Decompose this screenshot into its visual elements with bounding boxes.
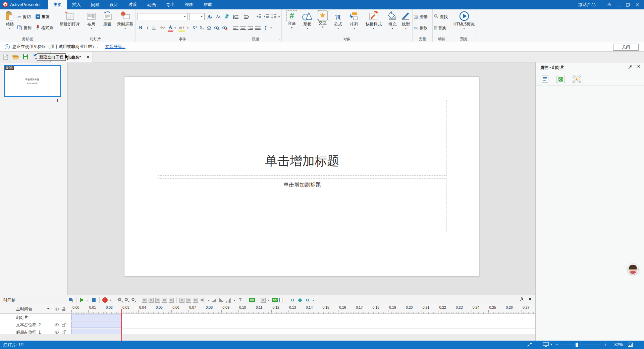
- play-icon[interactable]: [79, 297, 85, 303]
- record-screen-button[interactable]: 录制屏幕 ▾: [116, 10, 135, 36]
- track-label-area[interactable]: 幻灯片: [0, 314, 71, 321]
- paste-dropdown-icon[interactable]: ▾: [9, 27, 10, 30]
- zoom-out-button[interactable]: −: [555, 342, 558, 347]
- menu-tab-帮助[interactable]: 帮助: [199, 0, 217, 9]
- vertical-align-dropdown-icon[interactable]: ▾: [270, 27, 272, 30]
- fit-to-window-icon[interactable]: [628, 343, 633, 347]
- new-slide-dropdown-icon[interactable]: ▾: [69, 27, 70, 30]
- dropdown-caret-icon[interactable]: ▾: [233, 299, 236, 302]
- timeline-track-文本占位符_2[interactable]: 文本占位符_2: [0, 321, 535, 329]
- zoom-percent[interactable]: 82%: [612, 342, 625, 347]
- replace-button[interactable]: abac 替换: [434, 24, 446, 32]
- symbol-button[interactable]: Ω: [206, 24, 212, 32]
- record-icon[interactable]: !: [102, 297, 108, 303]
- timeline-track-幻灯片[interactable]: 幻灯片: [0, 314, 535, 321]
- main-eye-icon[interactable]: [54, 307, 59, 311]
- display-mode-icon[interactable]: [543, 342, 549, 348]
- menu-tab-导出[interactable]: 导出: [161, 0, 180, 9]
- zoom-in-icon[interactable]: +: [131, 298, 136, 303]
- duplicate-button[interactable]: + 重复: [36, 13, 50, 20]
- main-lock-icon[interactable]: [62, 307, 66, 311]
- dropdown-caret-icon[interactable]: ▾: [267, 299, 270, 302]
- layout-button[interactable]: 布局 ▾: [84, 10, 99, 36]
- save-icon[interactable]: [22, 53, 29, 60]
- stop-icon[interactable]: [91, 297, 97, 303]
- variable-button[interactable]: (x) 变量: [414, 13, 428, 20]
- main-timeline-dropdown-icon[interactable]: [47, 308, 50, 311]
- remove-link-button[interactable]: [221, 24, 228, 32]
- find-button[interactable]: 查找: [434, 13, 448, 20]
- font-family-combobox[interactable]: [138, 13, 188, 20]
- restore-icon[interactable]: [623, 0, 633, 9]
- annotation-pen-icon[interactable]: [527, 342, 533, 348]
- line-style-button[interactable]: 线型 ▾: [400, 10, 411, 36]
- rotate-left-keyframe-icon[interactable]: ↺: [290, 297, 296, 303]
- html5-preview-dropdown-icon[interactable]: ▾: [463, 27, 465, 30]
- equation-button[interactable]: π 公式 ▾: [331, 10, 345, 36]
- quick-style-button[interactable]: 快捷样式 ▾: [363, 10, 384, 36]
- tab-close-icon[interactable]: ×: [87, 54, 89, 59]
- cc-settings-icon[interactable]: [261, 298, 266, 303]
- panel-pin-icon[interactable]: [628, 65, 633, 70]
- zoom-slider[interactable]: [561, 345, 601, 345]
- subscript-button[interactable]: X₂: [199, 24, 205, 32]
- track-time-bar[interactable]: [71, 314, 121, 320]
- closed-caption-2-icon[interactable]: CC: [272, 298, 278, 302]
- dropdown-caret-icon[interactable]: ▾: [207, 299, 210, 302]
- closed-caption-icon[interactable]: CC: [249, 298, 255, 302]
- cc-split-icon[interactable]: [279, 298, 284, 302]
- close-icon[interactable]: [633, 0, 642, 9]
- html5-preview-button[interactable]: HTML5预览 ▾: [452, 10, 476, 36]
- bold-button[interactable]: B: [138, 24, 144, 32]
- fade-in-icon[interactable]: [211, 297, 217, 303]
- audio-icon[interactable]: [200, 297, 205, 303]
- track-unlock-icon[interactable]: [62, 322, 66, 328]
- new-project-icon[interactable]: [2, 53, 9, 60]
- dropdown-caret-icon[interactable]: ▾: [312, 299, 315, 302]
- line-style-dropdown-icon[interactable]: ▾: [405, 27, 407, 30]
- upgrade-link[interactable]: 立即升级...: [105, 44, 125, 50]
- fill-dropdown-icon[interactable]: ▾: [392, 27, 393, 30]
- layers-icon[interactable]: [68, 297, 73, 303]
- crop-time-icon[interactable]: [162, 298, 167, 303]
- copy-button[interactable]: 复制: [17, 24, 32, 32]
- interaction-button[interactable]: ★ 交互 ▾: [315, 10, 330, 36]
- fade-out-icon[interactable]: [219, 297, 224, 303]
- font-color-dropdown-icon[interactable]: ▾: [174, 24, 176, 32]
- freeze-time-icon[interactable]: [179, 298, 184, 303]
- arrange-dropdown-icon[interactable]: ▾: [354, 27, 355, 30]
- menu-tab-插入[interactable]: 插入: [67, 0, 86, 9]
- insert-time-icon[interactable]: [142, 298, 147, 303]
- cut-button[interactable]: ✂ 剪切: [17, 13, 31, 20]
- zoom-slider-thumb[interactable]: [576, 343, 578, 347]
- slide-editing-surface[interactable]: 单击增加标题 单击增加副标题: [124, 77, 479, 276]
- grow-font-button[interactable]: A▴: [207, 13, 212, 20]
- interaction-dropdown-icon[interactable]: ▾: [322, 26, 323, 29]
- timeline-pin-icon[interactable]: [520, 297, 524, 303]
- playhead[interactable]: [121, 309, 122, 341]
- split-time-icon[interactable]: [169, 298, 174, 303]
- strikethrough-button[interactable]: abe: [158, 24, 166, 32]
- menu-tab-主页[interactable]: 主页: [48, 0, 67, 9]
- italic-button[interactable]: I: [145, 24, 150, 32]
- fill-button[interactable]: 填充 ▾: [385, 10, 400, 36]
- panel-close-icon[interactable]: ×: [637, 64, 640, 69]
- zoom-in-button[interactable]: +: [604, 342, 607, 347]
- slide-thumbnail[interactable]: 0:03 单击增加标题 单击增加副标题: [4, 65, 61, 97]
- tab-interactivity-properties[interactable]: ★: [571, 73, 583, 85]
- vertical-align-button[interactable]: ▾: [263, 24, 272, 32]
- underline-button[interactable]: U: [151, 24, 157, 32]
- parameter-button[interactable]: f(x) 参数: [414, 24, 428, 32]
- dropdown-caret-icon[interactable]: ▾: [109, 299, 112, 302]
- bullet-list-button[interactable]: ▾: [233, 13, 235, 20]
- line-spacing-dropdown-icon[interactable]: ▾: [278, 15, 280, 18]
- line-spacing-button[interactable]: ▾: [271, 13, 280, 20]
- volume-icon[interactable]: [226, 298, 231, 303]
- new-slide-button[interactable]: 新建幻灯片 ▾: [57, 10, 82, 36]
- time-ruler[interactable]: 0:000:010:020:030:040:050:060:070:080:09…: [71, 304, 535, 314]
- zoom-fit-icon[interactable]: [118, 298, 123, 303]
- menu-tab-视图[interactable]: 视图: [180, 0, 199, 9]
- superscript-button[interactable]: X²: [191, 24, 198, 32]
- paste-button[interactable]: 粘贴 ▾: [3, 10, 17, 36]
- audio-tool-icon[interactable]: T: [237, 297, 243, 303]
